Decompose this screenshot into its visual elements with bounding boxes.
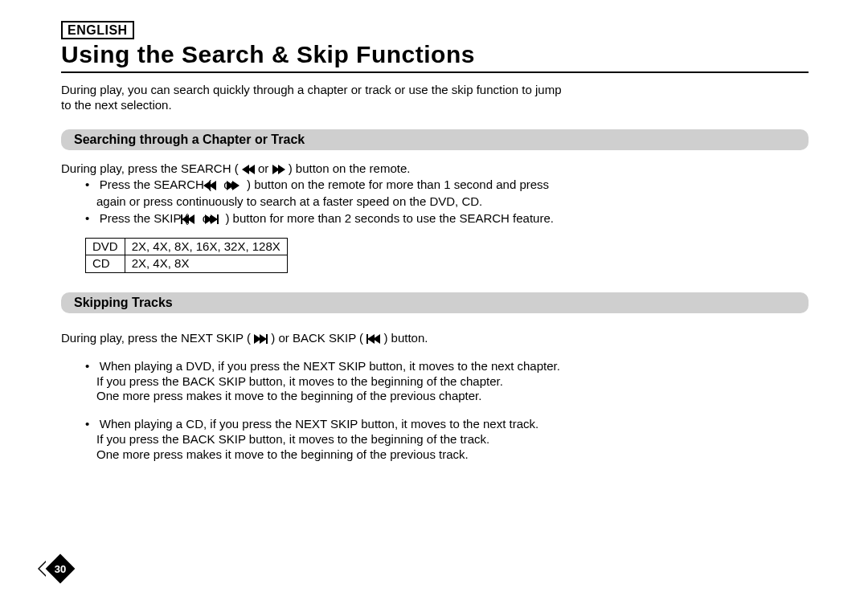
intro-line-2: to the next selection. [61, 98, 172, 112]
section-heading-skip: Skipping Tracks [61, 292, 809, 313]
table-cell-media: CD [86, 255, 125, 273]
search-bullet-2: Press the SKIP ( or ) button for more th… [85, 211, 809, 228]
skip-back-icon [192, 213, 199, 228]
search-b1-c: ) button on the remote for more than 1 s… [247, 178, 549, 191]
skip-bullet-cd: When playing a CD, if you press the NEXT… [85, 417, 809, 462]
page-title: Using the Search & Skip Functions [61, 41, 809, 68]
section-search-body: During play, press the SEARCH ( or ) but… [61, 161, 809, 274]
skip-dvd-l2: If you press the BACK SKIP button, it mo… [96, 374, 503, 388]
table-cell-speeds: 2X, 4X, 8X, 16X, 32X, 128X [125, 238, 287, 255]
table-cell-media: DVD [86, 238, 125, 255]
skip-back-icon [366, 333, 380, 348]
skip-lead-c: ) button. [383, 331, 428, 345]
table-row: CD 2X, 4X, 8X [86, 255, 288, 273]
page-number-badge: 30 [44, 553, 76, 585]
table-row: DVD 2X, 4X, 8X, 16X, 32X, 128X [86, 238, 288, 255]
intro-line-1: During play, you can search quickly thro… [61, 83, 562, 96]
skip-lead-b: ) or BACK SKIP ( [271, 331, 363, 345]
search-speed-table: DVD 2X, 4X, 8X, 16X, 32X, 128X CD 2X, 4X… [85, 238, 288, 274]
table-cell-speeds: 2X, 4X, 8X [125, 255, 287, 273]
search-b2-c: ) button for more than 2 seconds to use … [225, 211, 554, 225]
skip-cd-l3: One more press makes it move to the begi… [96, 447, 469, 461]
intro-text: During play, you can search quickly thro… [61, 83, 809, 113]
page-number: 30 [44, 553, 76, 585]
section-heading-search: Searching through a Chapter or Track [61, 129, 809, 150]
skip-lead-a: During play, press the NEXT SKIP ( [61, 331, 251, 345]
fast-forward-icon [238, 179, 244, 194]
rewind-icon [215, 179, 220, 194]
rewind-icon [242, 163, 255, 178]
search-lead-b: or [258, 161, 272, 175]
search-lead-c: ) button on the remote. [289, 161, 411, 175]
skip-cd-l1: When playing a CD, if you press the NEXT… [100, 417, 538, 431]
manual-page: ENGLISH Using the Search & Skip Function… [0, 0, 868, 596]
section-skip-body: During play, press the NEXT SKIP ( ) or … [61, 325, 809, 462]
skip-dvd-l1: When playing a DVD, if you press the NEX… [100, 359, 560, 373]
search-lead-a: During play, press the SEARCH ( [61, 161, 239, 175]
skip-forward-icon [216, 213, 222, 228]
search-b1-a: Press the SEARCH ( [100, 178, 211, 191]
skip-dvd-l3: One more press makes it move to the begi… [96, 389, 481, 402]
skip-forward-icon [254, 333, 268, 348]
skip-bullet-dvd: When playing a DVD, if you press the NEX… [85, 359, 809, 404]
search-b1-l2: again or press continuously to search at… [96, 194, 482, 208]
search-b2-a: Press the SKIP ( [100, 211, 189, 225]
skip-cd-l2: If you press the BACK SKIP button, it mo… [96, 432, 489, 446]
search-bullet-1: Press the SEARCH ( or ) button on the re… [85, 178, 809, 210]
title-rule [61, 71, 809, 73]
language-badge: ENGLISH [61, 21, 134, 39]
fast-forward-icon [272, 163, 285, 178]
